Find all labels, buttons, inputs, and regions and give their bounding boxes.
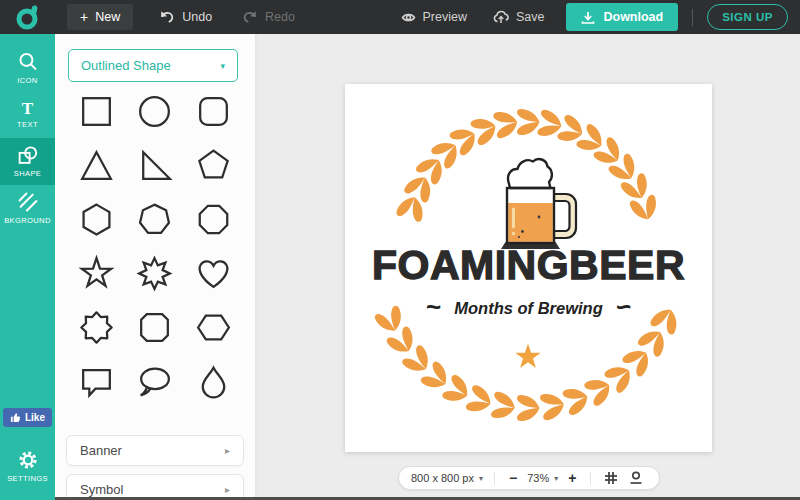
download-button[interactable]: Download	[566, 3, 678, 31]
sidebar-item-label: SETTINGS	[7, 474, 48, 483]
statusbar-divider	[494, 472, 495, 485]
new-button[interactable]: + New	[67, 4, 133, 30]
undo-button[interactable]: Undo	[159, 10, 212, 24]
zoom-level-value: 73%	[527, 472, 549, 484]
shape-star-8[interactable]	[134, 253, 175, 294]
design-canvas[interactable]: FOAMINGBEER ~ Months of Brewing ~	[345, 84, 712, 452]
shape-category-value: Outlined Shape	[81, 58, 171, 73]
sidebar-item-label: BKGROUND	[4, 216, 51, 225]
like-label: Like	[25, 412, 45, 423]
tilde-ornament-left: ~	[426, 302, 441, 312]
left-sidebar: ICON T TEXT SHAPE BKGROUND Like SETTINGS	[0, 34, 55, 500]
center-position-button[interactable]	[627, 471, 645, 485]
chevron-down-icon: ▾	[554, 474, 558, 483]
beer-mug-icon[interactable]	[501, 159, 576, 249]
search-icon	[17, 51, 38, 72]
redo-button[interactable]: Redo	[242, 10, 295, 24]
grid-toggle-button[interactable]	[602, 471, 620, 485]
logo-tagline-text: Months of Brewing	[454, 299, 602, 318]
section-banner[interactable]: Banner ▸	[66, 435, 244, 466]
shape-rounded-square[interactable]	[193, 91, 234, 132]
grid-icon	[604, 471, 618, 485]
shape-pentagon[interactable]	[193, 145, 234, 186]
chevron-right-icon: ▸	[225, 445, 230, 456]
preview-button[interactable]: Preview	[401, 10, 467, 24]
shape-heptagon[interactable]	[134, 199, 175, 240]
thumbs-up-icon	[10, 412, 21, 423]
shape-hexagon-wide[interactable]	[193, 307, 234, 348]
canvas-size-dropdown[interactable]: 800 x 800 px ▾	[411, 472, 483, 484]
facebook-like-button[interactable]: Like	[3, 408, 52, 427]
sidebar-item-icon[interactable]: ICON	[0, 44, 55, 91]
shape-cut-corner-square[interactable]	[134, 307, 175, 348]
app-logo[interactable]	[14, 4, 41, 31]
canvas-statusbar: 800 x 800 px ▾ − 73% ▾ +	[398, 466, 660, 490]
chevron-down-icon: ▾	[220, 61, 225, 71]
undo-icon	[159, 10, 175, 24]
shape-octagon[interactable]	[193, 199, 234, 240]
sidebar-item-bkground[interactable]: BKGROUND	[0, 185, 55, 232]
top-toolbar: + New Undo Redo Preview Save	[0, 0, 800, 34]
redo-icon	[242, 10, 258, 24]
shape-square[interactable]	[76, 91, 117, 132]
designevo-logo-icon	[14, 4, 41, 31]
download-icon	[581, 11, 595, 24]
shape-right-triangle[interactable]	[134, 145, 175, 186]
cloud-save-icon	[493, 10, 509, 24]
background-icon	[18, 192, 38, 212]
sidebar-item-settings[interactable]: SETTINGS	[0, 443, 55, 490]
download-label: Download	[603, 10, 663, 24]
sidebar-item-label: ICON	[17, 76, 37, 85]
shape-teardrop[interactable]	[193, 361, 234, 402]
shape-seal-star[interactable]	[76, 307, 117, 348]
save-button[interactable]: Save	[493, 10, 545, 24]
shape-triangle[interactable]	[76, 145, 117, 186]
new-button-label: New	[95, 10, 120, 24]
shape-speech-bubble-oval[interactable]	[134, 361, 175, 402]
text-icon: T	[22, 101, 34, 116]
zoom-in-button[interactable]: +	[565, 471, 579, 485]
workspace: FOAMINGBEER ~ Months of Brewing ~ 800 x …	[255, 34, 800, 500]
save-label: Save	[516, 10, 545, 24]
sidebar-item-shape[interactable]: SHAPE	[0, 138, 55, 185]
eye-icon	[401, 11, 416, 24]
shape-speech-bubble-rect[interactable]	[76, 361, 117, 402]
toolbar-divider	[692, 9, 693, 26]
statusbar-divider	[590, 472, 591, 485]
chevron-right-icon: ▸	[225, 484, 230, 495]
shape-heart[interactable]	[193, 253, 234, 294]
shape-grid	[67, 91, 243, 402]
signup-button[interactable]: SIGN UP	[707, 4, 788, 30]
shape-category-dropdown[interactable]: Outlined Shape ▾	[68, 49, 238, 82]
section-label: Banner	[80, 443, 122, 458]
zoom-out-button[interactable]: −	[506, 471, 520, 485]
logo-title-text[interactable]: FOAMINGBEER	[345, 245, 712, 286]
redo-label: Redo	[265, 10, 295, 24]
section-label: Symbol	[80, 482, 123, 497]
plus-icon: +	[80, 10, 88, 24]
undo-label: Undo	[182, 10, 212, 24]
shape-icon	[17, 145, 38, 165]
star-shape[interactable]	[515, 344, 541, 368]
sidebar-item-text[interactable]: T TEXT	[0, 91, 55, 138]
preview-label: Preview	[423, 10, 467, 24]
chevron-down-icon: ▾	[479, 474, 483, 483]
shape-hexagon[interactable]	[76, 199, 117, 240]
logo-tagline-group[interactable]: ~ Months of Brewing ~	[345, 299, 712, 318]
sidebar-item-label: TEXT	[17, 120, 38, 129]
canvas-size-value: 800 x 800 px	[411, 472, 474, 484]
shape-star-5[interactable]	[76, 253, 117, 294]
tilde-ornament-right: ~	[616, 302, 631, 312]
shape-circle[interactable]	[134, 91, 175, 132]
gear-icon	[18, 450, 38, 470]
shape-panel: Outlined Shape ▾ Banner ▸ Symbol ▸	[55, 34, 255, 500]
zoom-level-dropdown[interactable]: 73% ▾	[527, 472, 558, 484]
position-icon	[629, 471, 643, 485]
sidebar-item-label: SHAPE	[14, 169, 41, 178]
